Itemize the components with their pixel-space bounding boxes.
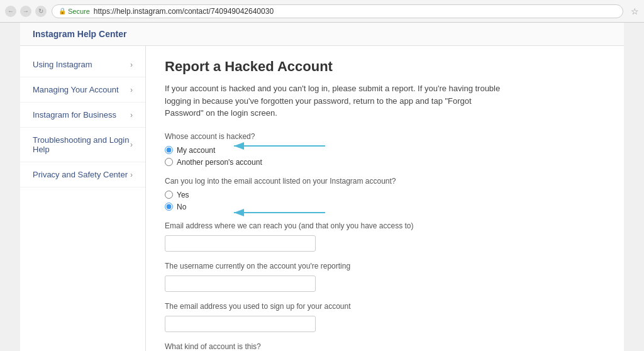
radio-yes-input[interactable] [165,191,173,199]
username-field-label: The username currently on the account yo… [165,262,605,270]
can-log-in-label: Can you log into the email account liste… [165,177,605,186]
username-field-section: The username currently on the account yo… [165,262,605,292]
radio-yes[interactable]: Yes [165,191,605,199]
chevron-right-icon: › [130,140,133,149]
radio-another-person-label: Another person's account [177,158,262,167]
form-container: Whose account is hacked? My account Anot… [165,132,605,352]
secure-badge: 🔒 Secure [58,8,90,15]
sidebar-item-label: Instagram for Business [33,110,116,120]
address-bar: 🔒 Secure https://help.instagram.com/cont… [52,4,623,18]
main-content: Using Instagram › Managing Your Account … [20,46,624,351]
whose-account-section: Whose account is hacked? My account Anot… [165,132,605,167]
sidebar-item-troubleshooting-login-help[interactable]: Troubleshooting and Login Help › [20,128,145,162]
whose-account-label: Whose account is hacked? [165,132,605,141]
browser-controls: ← → ↻ [5,6,47,17]
refresh-button[interactable]: ↻ [35,6,47,17]
sidebar-item-label: Troubleshooting and Login Help [33,135,130,154]
chevron-right-icon: › [130,86,133,94]
email-field-label: Email address where we can reach you (an… [165,221,605,230]
radio-another-person-input[interactable] [165,158,173,166]
username-input[interactable] [165,276,316,292]
sidebar-item-instagram-for-business[interactable]: Instagram for Business › [20,103,145,128]
page-title: Report a Hacked Account [165,58,605,75]
radio-no-label: No [177,203,186,211]
page-wrapper: Instagram Help Center Using Instagram › … [20,23,624,351]
url-text[interactable]: https://help.instagram.com/contact/74094… [94,7,616,16]
sidebar: Using Instagram › Managing Your Account … [20,46,146,351]
radio-no[interactable]: No [165,203,605,211]
sidebar-item-privacy-safety-center[interactable]: Privacy and Safety Center › [20,162,145,187]
sidebar-item-label: Managing Your Account [33,85,119,94]
sidebar-item-label: Using Instagram [33,60,92,69]
lock-icon: 🔒 [58,8,66,14]
intro-text: If your account is hacked and you can't … [165,82,504,120]
can-log-in-section: Can you log into the email account liste… [165,177,605,211]
account-kind-section: What kind of account is this? This accou… [165,342,605,352]
can-log-in-radio-group: Yes No [165,191,605,211]
radio-another-person[interactable]: Another person's account [165,158,605,167]
secure-label: Secure [68,8,90,15]
whose-account-radio-group: My account Another person's account [165,146,605,167]
back-button[interactable]: ← [5,6,16,17]
content-area: Report a Hacked Account If your account … [146,46,624,351]
bookmark-icon[interactable]: ☆ [631,6,639,16]
site-header: Instagram Help Center [20,23,624,46]
sidebar-item-label: Privacy and Safety Center [33,170,128,179]
chevron-right-icon: › [130,170,133,179]
chevron-right-icon: › [130,60,133,69]
signup-email-field-section: The email address you used to sign up fo… [165,302,605,332]
sidebar-item-managing-your-account[interactable]: Managing Your Account › [20,77,145,103]
email-field-section: Email address where we can reach you (an… [165,221,605,252]
sidebar-item-using-instagram[interactable]: Using Instagram › [20,52,145,77]
chevron-right-icon: › [130,111,133,120]
browser-chrome: ← → ↻ 🔒 Secure https://help.instagram.co… [0,0,644,23]
forward-button[interactable]: → [20,6,31,17]
radio-yes-label: Yes [177,191,189,199]
signup-email-input[interactable] [165,316,316,332]
email-input[interactable] [165,235,316,252]
radio-my-account-input[interactable] [165,146,173,154]
account-kind-label: What kind of account is this? [165,342,605,351]
radio-no-input[interactable] [165,203,173,211]
radio-my-account[interactable]: My account [165,146,605,155]
site-title: Instagram Help Center [33,29,126,39]
radio-my-account-label: My account [177,146,215,155]
signup-email-label: The email address you used to sign up fo… [165,302,605,311]
